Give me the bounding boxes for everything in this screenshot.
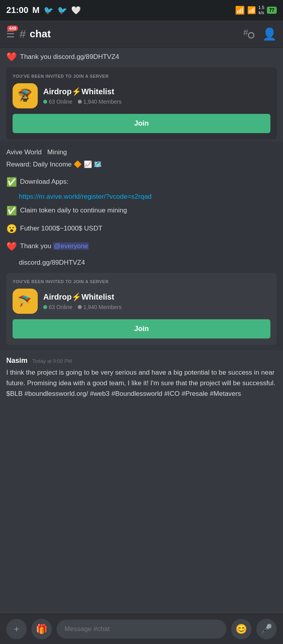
invite-card-2: YOU'VE BEEN INVITED TO JOIN A SERVER 🪂 A… bbox=[6, 273, 277, 345]
user-message-text: I think the project is going to be very … bbox=[6, 367, 277, 399]
heart-emoji: ❤️ bbox=[6, 52, 17, 62]
svg-text:#: # bbox=[243, 27, 248, 37]
server-details-1: Airdrop⚡Whitelist 63 Online 1,940 Member… bbox=[43, 87, 270, 105]
claim-line: ✅ Claim token daily to continue mining bbox=[6, 205, 277, 218]
invite-card-1: YOU'VE BEEN INVITED TO JOIN A SERVER 🪂 🪂… bbox=[6, 68, 277, 139]
check-emoji-2: ✅ bbox=[6, 206, 17, 216]
timestamp: Today at 9:00 PM bbox=[32, 358, 72, 364]
chat-area: ❤️ Thank you discord.gg/89DHTVZ4 YOU'VE … bbox=[0, 48, 283, 441]
battery-icon: 77 bbox=[267, 7, 277, 14]
username: Nasim bbox=[6, 357, 28, 365]
everyone-mention: @everyone bbox=[53, 242, 89, 250]
hash-icon: # bbox=[20, 28, 26, 40]
signal-icon: 📶 bbox=[247, 6, 256, 15]
thank-you-text: Thank you discord.gg/89DHTVZ4 bbox=[20, 52, 119, 62]
emoji-button[interactable]: 😊 bbox=[231, 619, 252, 639]
channel-header: ☰ 449 # chat # 👤 bbox=[0, 20, 283, 48]
plus-icon: + bbox=[14, 624, 19, 635]
download-link-container: https://m.avive.world/register/?vcode=s2… bbox=[6, 193, 277, 201]
discord-link-text: discord.gg/89DHTVZ4 bbox=[19, 259, 85, 266]
server-stats-2: 63 Online 1,940 Members bbox=[43, 304, 270, 310]
join-button-2[interactable]: Join bbox=[13, 319, 270, 338]
download-text: Download Apps: bbox=[20, 177, 68, 187]
thankyou-text: Thank you @everyone bbox=[20, 241, 89, 251]
svg-point-1 bbox=[248, 33, 254, 38]
invite-label-2: YOU'VE BEEN INVITED TO JOIN A SERVER bbox=[13, 279, 270, 284]
user-message-header: Nasim Today at 9:00 PM bbox=[6, 357, 277, 365]
members-icon[interactable]: 👤 bbox=[262, 27, 277, 41]
heart-emoji-2: ❤️ bbox=[6, 242, 17, 252]
server-icon-2: 🪂 bbox=[13, 289, 38, 314]
bottom-spacer bbox=[0, 406, 283, 441]
status-bar: 21:00 M 🐦 🐦 🤍 📶 📶 1.5 k/s 77 bbox=[0, 0, 283, 20]
server-icon-1: 🪂 🪂 bbox=[13, 83, 38, 108]
header-actions: # 👤 bbox=[243, 27, 277, 41]
mic-icon: 🎤 bbox=[261, 624, 272, 635]
download-link[interactable]: https://m.avive.world/register/?vcode=s2… bbox=[19, 193, 152, 200]
twitter-icon: 🐦 bbox=[44, 5, 53, 15]
gift-icon: 🎁 bbox=[36, 624, 48, 635]
download-line: ✅ Download Apps: bbox=[6, 177, 277, 189]
menu-button[interactable]: ☰ 449 bbox=[6, 29, 15, 40]
twitter-icon2: 🐦 bbox=[57, 5, 67, 15]
gmail-icon: M bbox=[32, 5, 39, 15]
mic-button[interactable]: 🎤 bbox=[256, 619, 277, 639]
claim-text: Claim token daily to continue mining bbox=[20, 205, 127, 216]
check-emoji-1: ✅ bbox=[6, 177, 17, 187]
wifi-icon: 📶 bbox=[235, 5, 245, 15]
user-message-nasim: Nasim Today at 9:00 PM I think the proje… bbox=[0, 350, 283, 406]
thank-you-partial: ❤️ Thank you discord.gg/89DHTVZ4 bbox=[0, 48, 283, 65]
discord-link-container: discord.gg/89DHTVZ4 bbox=[6, 258, 277, 268]
heart-icon: 🤍 bbox=[71, 5, 81, 15]
channel-name: chat bbox=[30, 28, 243, 40]
crypto-promo-block: Avive World Mining Reward: Daily Income … bbox=[0, 142, 283, 351]
avive-title: Avive World Mining bbox=[6, 147, 277, 157]
server-stats-1: 63 Online 1,940 Members bbox=[43, 99, 270, 105]
server-name-1: Airdrop⚡Whitelist bbox=[43, 87, 270, 96]
thankyou-line: ❤️ Thank you @everyone bbox=[6, 241, 277, 254]
gift-button[interactable]: 🎁 bbox=[31, 619, 52, 639]
emoji-icon: 😊 bbox=[235, 624, 247, 635]
surprised-emoji: 😮 bbox=[6, 224, 17, 234]
server-info-1: 🪂 🪂 Airdrop⚡Whitelist 63 Online 1,940 Me… bbox=[13, 83, 270, 108]
server-details-2: Airdrop⚡Whitelist 63 Online 1,940 Member… bbox=[43, 292, 270, 310]
add-button[interactable]: + bbox=[6, 619, 27, 639]
message-input[interactable] bbox=[57, 620, 226, 639]
join-button-1[interactable]: Join bbox=[13, 114, 270, 133]
network-speed: 1.5 k/s bbox=[258, 5, 264, 15]
search-hash-icon[interactable]: # bbox=[243, 27, 254, 41]
invite-label-1: YOU'VE BEEN INVITED TO JOIN A SERVER bbox=[13, 74, 270, 79]
futher-line: 😮 Futher 1000$~1000$ USDT bbox=[6, 223, 277, 236]
message-input-bar: + 🎁 😊 🎤 bbox=[0, 614, 283, 644]
time: 21:00 bbox=[6, 5, 28, 15]
notification-badge: 449 bbox=[7, 26, 18, 31]
server-info-2: 🪂 Airdrop⚡Whitelist 63 Online 1,940 Memb… bbox=[13, 289, 270, 314]
server-name-2: Airdrop⚡Whitelist bbox=[43, 292, 270, 302]
futher-text: Futher 1000$~1000$ USDT bbox=[20, 223, 102, 234]
reward-line: Reward: Daily Income 🔶 📈 🗺️ bbox=[6, 159, 277, 170]
